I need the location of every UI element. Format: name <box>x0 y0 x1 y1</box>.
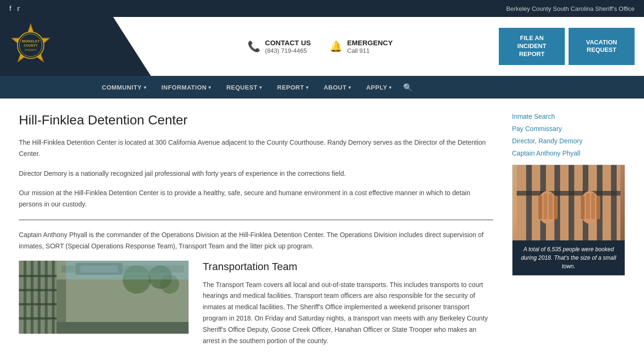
transport-image <box>19 261 189 334</box>
svg-rect-8 <box>24 261 26 334</box>
chevron-down-icon: ▾ <box>306 85 309 90</box>
svg-rect-11 <box>45 261 48 334</box>
transport-vehicle-image <box>19 261 189 334</box>
svg-text:BERKELEY: BERKELEY <box>22 40 40 43</box>
svg-rect-38 <box>544 193 547 219</box>
sidebar-image-box: A total of 6,535 people were booked duri… <box>512 165 625 276</box>
phone-icon: 📞 <box>248 41 260 53</box>
facebook-link[interactable]: f <box>9 5 11 12</box>
sidebar-link-director[interactable]: Director, Randy Demory <box>512 137 625 145</box>
sidebar-jail-image <box>512 165 625 240</box>
header: BERKELEY COUNTY SHERIFF 📞 CONTACT US (84… <box>0 17 644 76</box>
chevron-down-icon: ▾ <box>348 85 351 90</box>
nav-request[interactable]: REQUEST ▾ <box>219 76 270 99</box>
contact-text: CONTACT US (843) 719-4465 <box>265 39 311 54</box>
contact-phone-number: (843) 719-4465 <box>265 47 307 54</box>
header-contact: 📞 CONTACT US (843) 719-4465 🔔 EMERGENCY … <box>104 39 499 54</box>
svg-rect-9 <box>31 261 33 334</box>
paragraph-3: Our mission at the Hill-Finklea Detentio… <box>19 188 493 210</box>
bell-icon: 🔔 <box>330 41 342 53</box>
sidebar-link-captain[interactable]: Captain Anthony Phyall <box>512 149 625 157</box>
emergency-text: EMERGENCY Call 911 <box>347 39 393 54</box>
search-icon[interactable]: 🔍 <box>403 83 413 92</box>
main-content: Hill-Finklea Detention Center The Hill-F… <box>0 99 644 361</box>
svg-rect-15 <box>19 303 57 305</box>
svg-rect-14 <box>19 289 57 291</box>
twitter-link[interactable]: 𝕣 <box>17 5 20 12</box>
svg-text:COUNTY: COUNTY <box>24 44 38 47</box>
social-icons: f 𝕣 <box>9 5 20 12</box>
paragraph-2: Director Demory is a nationally recogniz… <box>19 168 493 180</box>
content-divider <box>19 220 493 220</box>
svg-rect-45 <box>596 196 600 219</box>
sidebar-link-inmate-search[interactable]: Inmate Search <box>512 113 625 120</box>
svg-rect-39 <box>549 193 553 219</box>
svg-text:SHERIFF: SHERIFF <box>25 49 37 51</box>
svg-rect-28 <box>526 165 532 240</box>
header-buttons: FILE AN INCIDENT REPORT VACATION REQUEST <box>499 28 635 65</box>
svg-rect-35 <box>517 191 620 196</box>
svg-rect-13 <box>19 275 57 277</box>
svg-rect-22 <box>57 322 189 334</box>
sidebar-caption: A total of 6,535 people were booked duri… <box>512 240 625 275</box>
vacation-request-button[interactable]: VACATION REQUEST <box>569 28 635 65</box>
site-title: Berkeley County South Carolina Sheriff's… <box>506 5 635 12</box>
nav-apply[interactable]: APPLY ▾ <box>359 76 399 99</box>
svg-rect-21 <box>57 280 66 327</box>
emergency-value: Call 911 <box>347 47 370 54</box>
svg-rect-31 <box>569 165 574 240</box>
sidebar-link-pay-commissary[interactable]: Pay Commissary <box>512 125 625 132</box>
top-bar: f 𝕣 Berkeley County South Carolina Sheri… <box>0 0 644 17</box>
nav-report[interactable]: REPORT ▾ <box>270 76 316 99</box>
transport-section: Transportation Team The Transport Team c… <box>19 261 493 347</box>
svg-rect-10 <box>38 261 41 334</box>
transport-title: Transportation Team <box>203 261 493 273</box>
chevron-down-icon: ▾ <box>144 85 147 90</box>
contact-phone: 📞 CONTACT US (843) 719-4465 <box>248 39 311 54</box>
nav-about[interactable]: ABOUT ▾ <box>316 76 358 99</box>
file-incident-button[interactable]: FILE AN INCIDENT REPORT <box>499 28 565 65</box>
transport-description: The Transport Team covers all local and … <box>203 280 493 347</box>
logo-area: BERKELEY COUNTY SHERIFF <box>9 22 104 71</box>
svg-rect-12 <box>52 261 55 334</box>
nav-community[interactable]: COMMUNITY ▾ <box>94 76 154 99</box>
svg-rect-34 <box>611 165 617 240</box>
emergency-contact: 🔔 EMERGENCY Call 911 <box>330 39 393 54</box>
svg-rect-16 <box>19 317 57 320</box>
svg-rect-44 <box>591 193 595 219</box>
sheriff-badge-logo: BERKELEY COUNTY SHERIFF <box>9 22 52 71</box>
chevron-down-icon: ▾ <box>208 85 211 90</box>
content-left: Hill-Finklea Detention Center The Hill-F… <box>19 113 493 346</box>
nav-bar: COMMUNITY ▾ INFORMATION ▾ REQUEST ▾ REPO… <box>0 76 644 99</box>
contact-label: CONTACT US <box>265 39 311 47</box>
chevron-down-icon: ▾ <box>259 85 262 90</box>
svg-rect-40 <box>554 196 558 219</box>
svg-rect-37 <box>538 196 542 219</box>
jail-illustration <box>517 165 620 240</box>
paragraph-1: The Hill-Finklea Detention Center is loc… <box>19 137 493 160</box>
chevron-down-icon: ▾ <box>389 85 392 90</box>
page-title: Hill-Finklea Detention Center <box>19 113 493 128</box>
nav-information[interactable]: INFORMATION ▾ <box>154 76 219 99</box>
svg-rect-43 <box>586 193 590 219</box>
content-sidebar: Inmate Search Pay Commissary Director, R… <box>512 113 625 346</box>
svg-rect-26 <box>66 261 189 280</box>
emergency-label: EMERGENCY <box>347 39 393 47</box>
paragraph-4: Captain Anthony Phyall is the commander … <box>19 230 493 252</box>
svg-rect-42 <box>581 196 585 219</box>
transport-text-area: Transportation Team The Transport Team c… <box>203 261 493 347</box>
